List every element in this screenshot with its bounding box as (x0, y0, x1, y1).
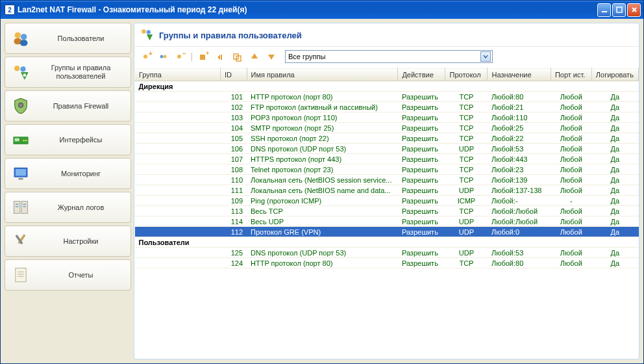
add-group-button[interactable]: + (140, 49, 154, 64)
settings-icon (12, 232, 30, 250)
move-up-button[interactable] (247, 49, 262, 64)
svg-point-37 (177, 55, 181, 58)
copy-rule-button[interactable] (230, 49, 245, 64)
table-row[interactable]: 101HTTP протокол (порт 80)РазрешитьTCPЛю… (135, 92, 639, 102)
sidebar-item-monitoring[interactable]: Мониторинг (5, 158, 131, 189)
cell-id: 113 (220, 206, 247, 216)
svg-point-10 (23, 73, 27, 77)
cell-proto: UDP (445, 144, 488, 154)
rules-table: Группа ID Имя правила Действие Протокол … (134, 68, 639, 268)
cell-proto: TCP (445, 175, 488, 185)
svg-rect-17 (16, 169, 26, 176)
delete-group-button[interactable]: − (173, 49, 188, 64)
cell-dest: Любой:- (488, 196, 551, 206)
sidebar-item-groups[interactable]: Группы и правила пользователей (5, 57, 131, 88)
app-window: 2 Lan2net NAT Firewall - Ознакомительный… (0, 0, 644, 364)
table-row[interactable]: 102FTP протокол (активный и пассивный)Ра… (135, 102, 639, 112)
cell-action: Разрешить (398, 227, 445, 237)
cell-id: 110 (220, 175, 247, 185)
cell-action: Разрешить (398, 154, 445, 164)
minimize-button[interactable] (597, 3, 611, 17)
close-button[interactable] (627, 3, 641, 17)
column-group[interactable]: Группа (135, 68, 221, 81)
cell-dest: Любой:Любой (488, 216, 551, 227)
cell-id: 102 (220, 102, 247, 112)
title-bar[interactable]: 2 Lan2net NAT Firewall - Ознакомительный… (1, 1, 643, 19)
sidebar-item-users[interactable]: Пользователи (5, 23, 131, 54)
sidebar-item-interfaces[interactable]: Интерфейсы (5, 124, 131, 155)
sidebar-item-firewall[interactable]: Правила Firewall (5, 90, 131, 122)
column-proto[interactable]: Протокол (445, 68, 488, 81)
column-log[interactable]: Логировать (591, 68, 638, 81)
move-down-button[interactable] (264, 49, 279, 64)
table-row[interactable]: 106DNS протокол (UDP порт 53)РазрешитьUD… (135, 144, 639, 154)
table-row[interactable]: 103POP3 протокол (порт 110)РазрешитьTCPЛ… (135, 112, 639, 123)
cell-id: 105 (220, 133, 247, 144)
sidebar-item-label: Группы и правила пользователей (38, 64, 124, 81)
column-port[interactable]: Порт ист. (551, 68, 591, 81)
cell-rule: Локальная сеть (NetBIOS name and data... (247, 185, 398, 196)
table-row[interactable]: 105SSH протокол (порт 22)РазрешитьTCPЛюб… (135, 133, 639, 144)
table-row[interactable]: 124HTTP протокол (порт 80)РазрешитьTCPЛю… (135, 258, 639, 268)
svg-rect-7 (20, 40, 28, 46)
svg-point-14 (23, 140, 25, 141)
cell-log: Да (591, 133, 638, 144)
table-row[interactable]: 110Локальная сеть (NetBIOS session servi… (135, 175, 639, 185)
cell-id: 114 (220, 216, 247, 227)
table-row[interactable]: 113Весь TCPРазрешитьTCPЛюбой:ЛюбойЛюбойД… (135, 206, 639, 216)
table-row[interactable]: 111Локальная сеть (NetBIOS name and data… (135, 185, 639, 196)
sidebar-item-settings[interactable]: Настройки (5, 226, 131, 257)
cell-rule: Весь TCP (247, 206, 398, 216)
table-row[interactable]: 125DNS протокол (UDP порт 53)РазрешитьUD… (135, 248, 639, 258)
svg-rect-20 (21, 202, 27, 214)
cell-action: Разрешить (398, 175, 445, 185)
cell-port: Любой (551, 185, 591, 196)
table-row[interactable]: 107HTTPS протокол (порт 443)РазрешитьTCP… (135, 154, 639, 164)
edit-group-button[interactable] (156, 49, 171, 64)
add-rule-button[interactable]: + (197, 49, 211, 64)
cell-port: Любой (551, 144, 591, 154)
maximize-button[interactable] (612, 3, 626, 17)
panel-title: Группы и правила пользователей (159, 31, 302, 40)
cell-port: Любой (551, 133, 591, 144)
table-row[interactable]: 114Весь UDPРазрешитьUDPЛюбой:ЛюбойЛюбойД… (135, 216, 639, 227)
sidebar-item-reports[interactable]: Отчеты (5, 259, 131, 291)
column-action[interactable]: Действие (398, 68, 445, 81)
cell-rule: Ping (протокол ICMP) (247, 196, 398, 206)
svg-text:−: − (182, 51, 186, 57)
rules-table-container[interactable]: Группа ID Имя правила Действие Протокол … (134, 68, 639, 359)
cell-rule: Telnet протокол (порт 23) (247, 164, 398, 175)
cell-action: Разрешить (398, 102, 445, 112)
cell-proto: UDP (445, 185, 488, 196)
column-dest[interactable]: Назначение (488, 68, 551, 81)
cell-id: 108 (220, 164, 247, 175)
cell-id: 101 (220, 92, 247, 102)
sidebar-item-label: Настройки (38, 237, 124, 246)
edit-rule-button[interactable] (214, 49, 228, 64)
cell-log: Да (591, 164, 638, 175)
cell-proto: TCP (445, 258, 488, 268)
column-rule[interactable]: Имя правила (247, 68, 398, 81)
table-row[interactable]: 109Ping (протокол ICMP)РазрешитьICMPЛюбо… (135, 196, 639, 206)
cell-port: Любой (551, 258, 591, 268)
svg-rect-1 (617, 7, 622, 12)
cell-id: 104 (220, 123, 247, 133)
cell-log: Да (591, 102, 638, 112)
cell-log: Да (591, 112, 638, 123)
cell-rule: HTTP протокол (порт 80) (247, 92, 398, 102)
cell-id: 111 (220, 185, 247, 196)
app-icon: 2 (5, 5, 15, 15)
svg-point-35 (160, 55, 164, 58)
table-row[interactable]: 108Telnet протокол (порт 23)РазрешитьTCP… (135, 164, 639, 175)
group-filter-combo[interactable]: Все группы (285, 50, 493, 63)
group-row[interactable]: Пользователи (135, 237, 639, 248)
table-row[interactable]: 112Протокол GRE (VPN)РазрешитьUDPЛюбой:0… (135, 227, 639, 237)
svg-rect-0 (602, 11, 607, 12)
group-row[interactable]: Дирекция (135, 81, 639, 92)
sidebar-item-logs[interactable]: Журнал логов (5, 192, 131, 223)
column-id[interactable]: ID (220, 68, 247, 81)
table-row[interactable]: 104SMTP протокол (порт 25)РазрешитьTCPЛю… (135, 123, 639, 133)
svg-rect-13 (15, 138, 19, 142)
cell-dest: Любой:21 (488, 102, 551, 112)
sidebar-item-label: Интерфейсы (38, 136, 124, 144)
